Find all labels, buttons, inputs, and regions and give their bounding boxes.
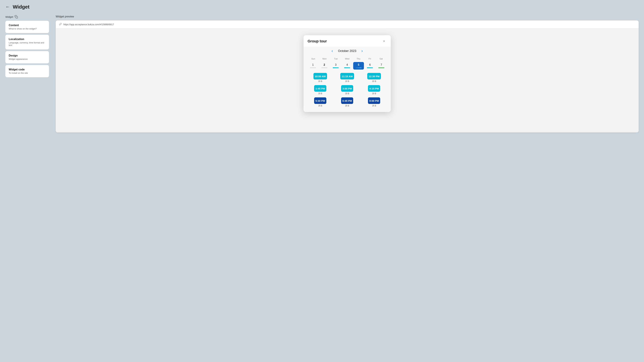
time-slot-price: 20 $ — [318, 79, 322, 83]
back-button[interactable]: ← — [5, 4, 10, 9]
time-slot-button[interactable]: 1:45 PM — [314, 85, 326, 92]
url-bar: https://app.acceptance.bukza.com/#/15886… — [56, 20, 639, 28]
preview-container: https://app.acceptance.bukza.com/#/15886… — [56, 20, 639, 132]
day-header: Sun — [308, 57, 319, 61]
sidebar: Widget Content What to show on the widge… — [5, 15, 49, 79]
day-number: 7 — [381, 63, 382, 66]
prev-month-button[interactable] — [330, 49, 334, 53]
sidebar-card-title: Design — [9, 54, 46, 57]
month-year-label: October 2023 — [338, 49, 356, 53]
sidebar-card-desc: To install on the site — [9, 72, 46, 74]
preview-content: Group tour × October 2023 — [56, 28, 639, 132]
availability-bar — [333, 67, 339, 68]
time-slot-wrapper: 6:45 PM 25 $ — [334, 97, 360, 108]
day-cell[interactable]: 6 — [364, 62, 375, 69]
page-header: ← Widget — [5, 4, 639, 10]
day-number: 5 — [358, 63, 360, 66]
availability-bar — [356, 67, 362, 68]
time-slot-wrapper: 1:45 PM 20 $ — [308, 85, 333, 96]
day-number: 3 — [335, 63, 336, 66]
availability-bar — [310, 67, 316, 68]
time-slot-time: 8:00 PM — [369, 99, 379, 104]
time-slots: 10:00 AM 20 $ 11:15 AM 20 $ 12:30 PM 20 … — [308, 73, 387, 108]
day-number: 1 — [312, 63, 314, 66]
day-header: Wed — [342, 57, 353, 61]
time-slot-time: 5:30 PM — [316, 99, 325, 104]
sidebar-card-title: Widget code — [9, 68, 46, 71]
time-slot-button[interactable]: 6:45 PM — [341, 97, 353, 104]
time-slot-wrapper: 5:30 PM 25 $ — [308, 97, 333, 108]
time-slot-price: 20 $ — [372, 79, 376, 83]
availability-bar — [378, 67, 384, 68]
main-layout: Widget Content What to show on the widge… — [5, 15, 639, 132]
time-slot-price: 20 $ — [372, 92, 376, 96]
time-slot-time: 4:15 PM — [369, 87, 379, 92]
time-slot-button[interactable]: 8:00 PM — [368, 97, 380, 104]
sidebar-item-localization[interactable]: Localization Language, currency, time fo… — [5, 35, 49, 49]
close-button[interactable]: × — [381, 38, 387, 44]
day-header: Sat — [376, 57, 387, 61]
content-area: Widget preview https://app.acceptance.bu… — [56, 15, 639, 132]
sidebar-item-widget-code[interactable]: Widget code To install on the site — [5, 65, 49, 77]
sidebar-item-design[interactable]: Design Widget appearance — [5, 51, 49, 63]
day-header: Thu — [353, 57, 364, 61]
time-slot-time: 10:00 AM — [315, 75, 326, 79]
calendar-nav: October 2023 — [308, 48, 387, 54]
day-cell[interactable]: 2 — [319, 62, 330, 69]
url-text: https://app.acceptance.bukza.com/#/15886… — [64, 23, 114, 26]
availability-bar — [344, 67, 350, 68]
sidebar-card-desc: Language, currency, time format and text — [9, 41, 46, 46]
sidebar-cards: Content What to show on the widget? Loca… — [5, 21, 49, 77]
time-slot-wrapper: 4:15 PM 20 $ — [362, 85, 387, 96]
sidebar-card-title: Content — [9, 24, 46, 27]
time-slot-price: 20 $ — [345, 79, 349, 83]
sidebar-section-label: Widget — [5, 15, 49, 18]
time-slot-button[interactable]: 5:30 PM — [314, 97, 326, 104]
next-month-button[interactable] — [360, 49, 364, 53]
day-cell[interactable]: 1 — [308, 62, 318, 69]
time-slot-price: 25 $ — [345, 104, 349, 108]
time-slot-wrapper: 3:00 PM 20 $ — [334, 85, 360, 96]
day-header: Mon — [319, 57, 330, 61]
day-number: 4 — [346, 63, 348, 66]
time-slot-time: 6:45 PM — [342, 99, 352, 104]
time-slot-time: 3:00 PM — [342, 87, 352, 92]
time-slot-button[interactable]: 3:00 PM — [341, 85, 353, 92]
day-headers: SunMonTueWedThuFriSat — [308, 57, 387, 61]
day-cell[interactable]: 7 — [376, 62, 387, 69]
calendar-grid: SunMonTueWedThuFriSat 1234567 — [308, 57, 387, 69]
widget-body: October 2023 SunMonTueWedThuFriSat 12345… — [304, 46, 391, 112]
day-header: Tue — [330, 57, 342, 61]
time-slot-wrapper: 10:00 AM 20 $ — [308, 73, 333, 83]
day-cell[interactable]: 5 — [353, 62, 364, 69]
time-slot-price: 25 $ — [372, 104, 376, 108]
link-icon — [59, 23, 62, 26]
time-slots-grid: 10:00 AM 20 $ 11:15 AM 20 $ 12:30 PM 20 … — [308, 73, 387, 108]
time-slot-button[interactable]: 4:15 PM — [368, 85, 380, 92]
sidebar-label-text: Widget — [5, 15, 13, 18]
svg-rect-0 — [16, 16, 18, 18]
sidebar-card-desc: What to show on the widget? — [9, 27, 46, 30]
day-cell[interactable]: 3 — [330, 62, 341, 69]
time-slot-wrapper: 8:00 PM 25 $ — [362, 97, 387, 108]
availability-bar — [321, 67, 327, 68]
time-slot-button[interactable]: 12:30 PM — [367, 73, 381, 79]
time-slot-button[interactable]: 11:15 AM — [340, 73, 354, 79]
day-header: Fri — [364, 57, 375, 61]
time-slot-time: 12:30 PM — [368, 75, 380, 79]
time-slot-wrapper: 11:15 AM 20 $ — [334, 73, 360, 83]
preview-label: Widget preview — [56, 15, 639, 18]
widget-header: Group tour × — [304, 35, 391, 46]
time-slot-time: 1:45 PM — [316, 87, 325, 92]
copy-icon[interactable] — [14, 15, 18, 18]
time-slot-price: 25 $ — [318, 104, 322, 108]
availability-bar — [367, 67, 373, 68]
day-number: 2 — [324, 63, 325, 66]
sidebar-card-desc: Widget appearance — [9, 58, 46, 60]
time-slot-time: 11:15 AM — [342, 75, 352, 79]
time-slot-price: 20 $ — [318, 92, 322, 96]
time-slot-button[interactable]: 10:00 AM — [314, 73, 327, 79]
sidebar-item-content[interactable]: Content What to show on the widget? — [5, 21, 49, 33]
day-cell[interactable]: 4 — [342, 62, 352, 69]
time-slot-wrapper: 12:30 PM 20 $ — [362, 73, 387, 83]
